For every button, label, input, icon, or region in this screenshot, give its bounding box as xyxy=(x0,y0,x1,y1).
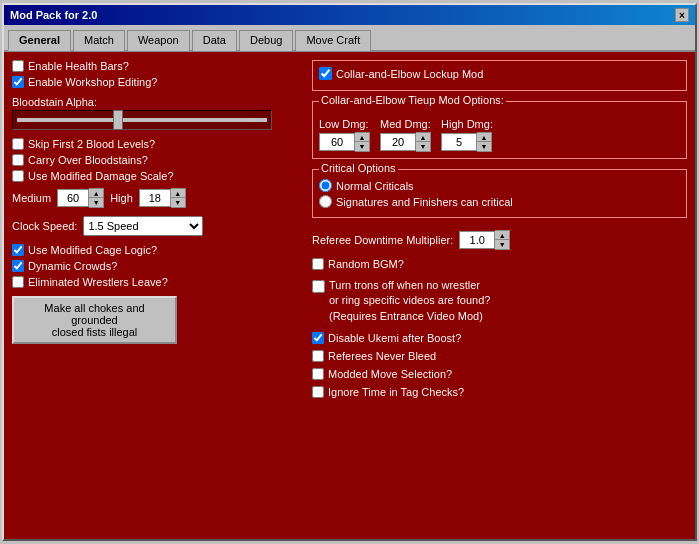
med-dmg-col: Med Dmg: ▲ ▼ xyxy=(380,118,431,152)
enable-health-bars-checkbox[interactable] xyxy=(12,60,24,72)
med-dmg-spin-buttons: ▲ ▼ xyxy=(416,132,431,152)
skip-blood-checkbox[interactable] xyxy=(12,138,24,150)
signatures-row: Signatures and Finishers can critical xyxy=(319,195,680,208)
critical-options-title: Critical Options xyxy=(319,162,398,174)
high-dmg-input[interactable] xyxy=(441,133,477,151)
random-bgm-checkbox[interactable] xyxy=(312,258,324,270)
disable-ukemi-checkbox[interactable] xyxy=(312,332,324,344)
right-panel: Collar-and-Elbow Lockup Mod Collar-and-E… xyxy=(312,60,687,531)
medium-spin-down[interactable]: ▼ xyxy=(89,198,103,207)
skip-blood-row: Skip First 2 Blood Levels? xyxy=(12,138,302,150)
high-dmg-spin-down[interactable]: ▼ xyxy=(477,142,491,151)
tab-data[interactable]: Data xyxy=(192,30,237,51)
high-input[interactable] xyxy=(139,189,171,207)
referee-downtime-spinbox: ▲ ▼ xyxy=(459,230,510,250)
high-spinbox: ▲ ▼ xyxy=(139,188,186,208)
use-modified-damage-checkbox[interactable] xyxy=(12,170,24,182)
high-spin-down[interactable]: ▼ xyxy=(171,198,185,207)
skip-blood-label[interactable]: Skip First 2 Blood Levels? xyxy=(28,138,155,150)
tab-general[interactable]: General xyxy=(8,30,71,51)
carry-over-checkbox[interactable] xyxy=(12,154,24,166)
high-dmg-label: High Dmg: xyxy=(441,118,493,130)
referee-downtime-spin-down[interactable]: ▼ xyxy=(495,240,509,249)
dynamic-crowds-checkbox[interactable] xyxy=(12,260,24,272)
modded-move-checkbox[interactable] xyxy=(312,368,324,380)
enable-workshop-row: Enable Workshop Editing? xyxy=(12,76,302,88)
enable-health-bars-label[interactable]: Enable Health Bars? xyxy=(28,60,129,72)
enable-workshop-checkbox[interactable] xyxy=(12,76,24,88)
carry-over-label[interactable]: Carry Over Bloodstains? xyxy=(28,154,148,166)
turn-trons-section: Turn trons off when no wrestleror ring s… xyxy=(312,278,687,324)
clock-speed-row: Clock Speed: 0.5 Speed 1.0 Speed 1.5 Spe… xyxy=(12,216,302,236)
left-panel: Enable Health Bars? Enable Workshop Edit… xyxy=(12,60,302,531)
normal-criticals-label[interactable]: Normal Criticals xyxy=(336,180,414,192)
dynamic-crowds-row: Dynamic Crowds? xyxy=(12,260,302,272)
low-dmg-input[interactable] xyxy=(319,133,355,151)
tab-bar: General Match Weapon Data Debug Move Cra… xyxy=(4,25,695,52)
bloodstain-alpha-section: Bloodstain Alpha: xyxy=(12,96,302,130)
referee-downtime-spin-buttons: ▲ ▼ xyxy=(495,230,510,250)
med-dmg-spin-up[interactable]: ▲ xyxy=(416,133,430,142)
med-dmg-input[interactable] xyxy=(380,133,416,151)
high-spin-buttons: ▲ ▼ xyxy=(171,188,186,208)
bloodstain-alpha-slider[interactable] xyxy=(17,118,267,122)
use-modified-cage-checkbox[interactable] xyxy=(12,244,24,256)
use-modified-cage-label[interactable]: Use Modified Cage Logic? xyxy=(28,244,157,256)
high-spin-up[interactable]: ▲ xyxy=(171,189,185,198)
med-dmg-spin-down[interactable]: ▼ xyxy=(416,142,430,151)
use-modified-damage-row: Use Modified Damage Scale? xyxy=(12,170,302,182)
enable-workshop-label[interactable]: Enable Workshop Editing? xyxy=(28,76,157,88)
clock-speed-select[interactable]: 0.5 Speed 1.0 Speed 1.5 Speed 2.0 Speed xyxy=(83,216,203,236)
make-chokes-illegal-button[interactable]: Make all chokes and grounded closed fist… xyxy=(12,296,177,344)
low-dmg-label: Low Dmg: xyxy=(319,118,370,130)
collar-options-title: Collar-and-Elbow Tieup Mod Options: xyxy=(319,94,506,106)
disable-ukemi-label[interactable]: Disable Ukemi after Boost? xyxy=(328,332,461,344)
random-bgm-label[interactable]: Random BGM? xyxy=(328,258,404,270)
tab-debug[interactable]: Debug xyxy=(239,30,293,51)
medium-spin-up[interactable]: ▲ xyxy=(89,189,103,198)
high-dmg-spin-buttons: ▲ ▼ xyxy=(477,132,492,152)
low-dmg-spin-down[interactable]: ▼ xyxy=(355,142,369,151)
low-dmg-spinbox: ▲ ▼ xyxy=(319,132,370,152)
eliminated-wrestlers-label[interactable]: Eliminated Wrestlers Leave? xyxy=(28,276,168,288)
referee-downtime-label: Referee Downtime Multiplier: xyxy=(312,234,453,246)
collar-elbow-checkbox[interactable] xyxy=(319,67,332,80)
normal-criticals-radio[interactable] xyxy=(319,179,332,192)
high-label: High xyxy=(110,192,133,204)
referee-downtime-input[interactable] xyxy=(459,231,495,249)
disable-ukemi-row: Disable Ukemi after Boost? xyxy=(312,332,687,344)
eliminated-wrestlers-checkbox[interactable] xyxy=(12,276,24,288)
collar-options-section: Collar-and-Elbow Tieup Mod Options: Low … xyxy=(312,101,687,159)
tab-move-craft[interactable]: Move Craft xyxy=(295,30,371,51)
use-modified-cage-row: Use Modified Cage Logic? xyxy=(12,244,302,256)
medium-high-row: Medium ▲ ▼ High ▲ ▼ xyxy=(12,188,302,208)
medium-input[interactable] xyxy=(57,189,89,207)
referees-never-bleed-row: Referees Never Bleed xyxy=(312,350,687,362)
medium-spin-buttons: ▲ ▼ xyxy=(89,188,104,208)
signatures-label[interactable]: Signatures and Finishers can critical xyxy=(336,196,513,208)
medium-label: Medium xyxy=(12,192,51,204)
turn-trons-label[interactable]: Turn trons off when no wrestleror ring s… xyxy=(329,278,490,324)
collar-elbow-section: Collar-and-Elbow Lockup Mod xyxy=(312,60,687,91)
ignore-time-row: Ignore Time in Tag Checks? xyxy=(312,386,687,398)
referees-never-bleed-checkbox[interactable] xyxy=(312,350,324,362)
tab-match[interactable]: Match xyxy=(73,30,125,51)
ignore-time-label[interactable]: Ignore Time in Tag Checks? xyxy=(328,386,464,398)
tab-weapon[interactable]: Weapon xyxy=(127,30,190,51)
use-modified-damage-label[interactable]: Use Modified Damage Scale? xyxy=(28,170,174,182)
low-dmg-spin-buttons: ▲ ▼ xyxy=(355,132,370,152)
referee-downtime-spin-up[interactable]: ▲ xyxy=(495,231,509,240)
window-title: Mod Pack for 2.0 xyxy=(10,9,97,21)
ignore-time-checkbox[interactable] xyxy=(312,386,324,398)
turn-trons-checkbox[interactable] xyxy=(312,280,325,293)
close-button[interactable]: × xyxy=(675,8,689,22)
high-dmg-spin-up[interactable]: ▲ xyxy=(477,133,491,142)
signatures-radio[interactable] xyxy=(319,195,332,208)
dmg-row: Low Dmg: ▲ ▼ Med Dmg: xyxy=(319,118,680,152)
dynamic-crowds-label[interactable]: Dynamic Crowds? xyxy=(28,260,117,272)
referees-never-bleed-label[interactable]: Referees Never Bleed xyxy=(328,350,436,362)
low-dmg-spin-up[interactable]: ▲ xyxy=(355,133,369,142)
critical-options-section: Critical Options Normal Criticals Signat… xyxy=(312,169,687,218)
collar-elbow-label[interactable]: Collar-and-Elbow Lockup Mod xyxy=(336,68,483,80)
modded-move-label[interactable]: Modded Move Selection? xyxy=(328,368,452,380)
